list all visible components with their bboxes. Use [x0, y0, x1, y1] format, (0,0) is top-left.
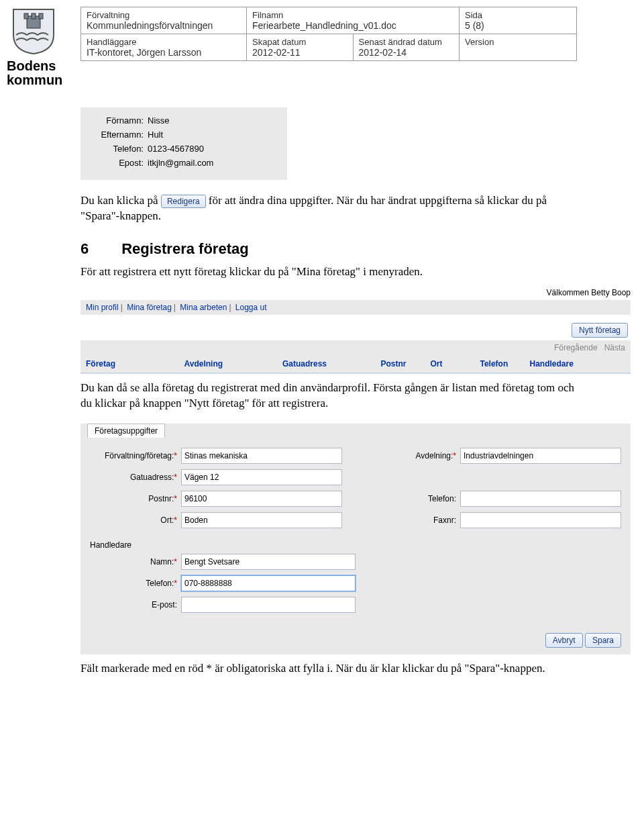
input-ort[interactable]	[181, 512, 342, 528]
lbl-form-forvaltning: Förvaltning/företag:	[105, 451, 174, 460]
company-list-panel: Välkommen Betty Boop Min profil| Mina fö…	[80, 288, 631, 374]
new-company-button[interactable]: Nytt företag	[572, 323, 628, 338]
lbl-telefon: Telefon:	[90, 144, 144, 154]
shield-icon	[7, 7, 60, 55]
val-efternamn: Hult	[148, 130, 278, 140]
save-button[interactable]: Spara	[585, 633, 621, 648]
document-meta-table: FörvaltningKommunledningsförvaltningen F…	[80, 7, 577, 61]
tab-foretagsuppgifter[interactable]: Företagsuppgifter	[87, 424, 165, 438]
section-title: Registrera företag	[121, 240, 249, 257]
input-gatuadress[interactable]	[181, 469, 342, 485]
input-avdelning[interactable]	[460, 448, 621, 464]
val-fornamn: Nisse	[148, 115, 278, 126]
lbl-form-avdelning: Avdelning:	[416, 451, 453, 460]
input-forvaltning[interactable]	[181, 448, 342, 464]
profile-summary-box: Förnamn:Nisse Efternamn:Hult Telefon:012…	[80, 107, 287, 180]
menu-item-min-profil[interactable]: Min profil	[86, 303, 119, 312]
pager-next[interactable]: Nästa	[604, 343, 625, 352]
lbl-form-faxnr: Faxnr:	[433, 516, 456, 525]
lbl-epost: Epost:	[90, 158, 144, 168]
col-handledare[interactable]: Handledare	[530, 359, 626, 369]
section-heading: 6 Registrera företag	[80, 240, 637, 258]
lbl-form-h-telefon: Telefon:	[146, 579, 174, 588]
col-ort[interactable]: Ort	[431, 359, 478, 369]
val-forvaltning: Kommunledningsförvaltningen	[87, 19, 213, 31]
svg-rect-1	[24, 13, 28, 19]
svg-rect-3	[32, 13, 36, 19]
lbl-form-ort: Ort:	[160, 516, 174, 525]
cancel-button[interactable]: Avbryt	[545, 633, 583, 648]
lbl-efternamn: Efternamn:	[90, 130, 144, 140]
paragraph-4: Fält markerade med en röd * är obligator…	[80, 661, 577, 677]
pager-prev[interactable]: Föregående	[554, 343, 598, 352]
col-gatuadress[interactable]: Gatuadress	[282, 359, 378, 369]
svg-rect-2	[39, 13, 43, 19]
paragraph-2: För att registrera ett nytt företag klic…	[80, 264, 577, 280]
input-h-telefon[interactable]	[181, 575, 356, 591]
col-telefon[interactable]: Telefon	[480, 359, 527, 369]
logo-text-1: Bodens	[7, 59, 74, 73]
paragraph-1: Du kan klicka på Redigera för att ändra …	[80, 193, 577, 224]
lbl-form-telefon: Telefon:	[428, 494, 456, 503]
logo-text-2: kommun	[7, 73, 74, 87]
input-namn[interactable]	[181, 554, 356, 570]
col-avdelning[interactable]: Avdelning	[184, 359, 280, 369]
val-skapat: 2012-02-11	[252, 46, 301, 58]
lbl-form-postnr: Postnr:	[148, 494, 174, 503]
lbl-form-namn: Namn:	[150, 557, 174, 567]
input-telefon[interactable]	[460, 491, 621, 507]
val-filnamn: Feriearbete_Handledning_v01.doc	[252, 19, 396, 31]
menu-bar: Min profil| Mina företag| Mina arbeten| …	[80, 300, 631, 315]
val-senast: 2012-02-14	[359, 46, 407, 58]
lbl-form-epost: E-post:	[152, 600, 177, 609]
col-postnr[interactable]: Postnr	[381, 359, 428, 369]
lbl-form-gatuadress: Gatuadress:	[130, 473, 174, 482]
subhead-handledare: Handledare	[90, 540, 621, 550]
val-epost: itkjln@gmail.com	[148, 158, 278, 168]
logo-column: Bodens kommun	[7, 7, 74, 87]
input-postnr[interactable]	[181, 491, 342, 507]
val-sida: 5 (8)	[465, 19, 484, 31]
table-head: Företag Avdelning Gatuadress Postnr Ort …	[80, 355, 631, 373]
redigera-button[interactable]: Redigera	[161, 195, 206, 208]
lbl-version: Version	[465, 37, 494, 47]
val-handlaggare: IT-kontoret, Jörgen Larsson	[87, 46, 201, 58]
paragraph-3: Du kan då se alla företag du registrerat…	[80, 381, 577, 411]
section-number: 6	[80, 240, 117, 258]
input-epost[interactable]	[181, 597, 356, 613]
menu-item-mina-foretag[interactable]: Mina företag	[127, 303, 172, 312]
lbl-fornamn: Förnamn:	[90, 115, 144, 126]
val-telefon: 0123-4567890	[148, 144, 278, 154]
menu-item-mina-arbeten[interactable]: Mina arbeten	[180, 303, 227, 312]
welcome-text: Välkommen Betty Boop	[80, 288, 631, 297]
company-form-panel: Företagsuppgifter Förvaltning/företag:* …	[80, 424, 631, 654]
col-foretag[interactable]: Företag	[86, 359, 182, 369]
menu-item-logga-ut[interactable]: Logga ut	[235, 303, 267, 312]
pager-row: Föregående Nästa	[80, 340, 631, 355]
input-faxnr[interactable]	[460, 512, 621, 528]
